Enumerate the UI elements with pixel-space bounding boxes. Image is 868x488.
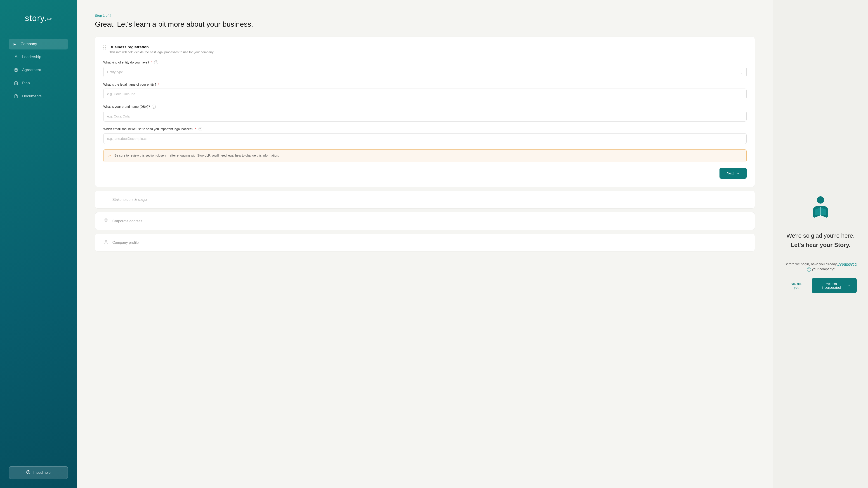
main-wrapper: Step 1 of 4 Great! Let's learn a bit mor… <box>77 0 868 488</box>
warning-text: Be sure to review this section closely –… <box>114 153 279 158</box>
help-button-label: I need help <box>33 470 51 475</box>
sidebar-item-company-label: Company <box>21 42 37 46</box>
logo-llp: LLP <box>47 17 52 20</box>
entity-type-group: What kind of entity do you have? * ? Ent… <box>103 60 747 77</box>
question-after-text: your company? <box>812 267 835 271</box>
corporate-address-card-title: Corporate address <box>112 219 143 223</box>
step-label: Step 1 of 4 <box>95 13 755 18</box>
stakeholders-card-title: Stakeholders & stage <box>112 198 147 202</box>
corporate-address-card[interactable]: Corporate address <box>95 212 755 230</box>
legal-name-input[interactable] <box>103 89 747 99</box>
next-button-label: Next <box>727 171 734 175</box>
warning-triangle-icon: ⚠ <box>108 153 112 158</box>
yes-arrow-icon: → <box>847 284 850 287</box>
agreement-icon <box>13 68 19 72</box>
business-registration-card: Business registration This info will hel… <box>95 37 755 187</box>
entity-type-label: What kind of entity do you have? * ? <box>103 60 747 64</box>
svg-point-0 <box>16 56 17 57</box>
entity-select-wrapper: Entity type LLC Corporation Partnership … <box>103 67 747 77</box>
illustration <box>809 195 832 221</box>
email-input[interactable] <box>103 133 747 144</box>
company-profile-card-title: Company profile <box>112 240 139 245</box>
form-area: Step 1 of 4 Great! Let's learn a bit mor… <box>77 0 773 488</box>
sidebar-item-documents[interactable]: Documents <box>9 91 68 102</box>
brand-name-group: What is your brand name (DBA)? ? <box>103 105 747 122</box>
no-not-yet-button[interactable]: No, not yet <box>784 278 808 293</box>
sidebar-item-agreement-label: Agreement <box>22 68 41 72</box>
legal-name-label: What is the legal name of your entity? * <box>103 83 747 86</box>
documents-icon <box>13 94 19 99</box>
svg-point-11 <box>105 219 106 220</box>
button-row: Next → <box>103 168 747 179</box>
action-buttons: No, not yet Yes I'm incorporated → <box>784 278 857 293</box>
email-required-star: * <box>195 127 196 131</box>
stakeholders-icon <box>103 197 109 202</box>
warning-box: ⚠ Be sure to review this section closely… <box>103 149 747 162</box>
plan-icon <box>13 80 19 86</box>
welcome-line1: We're so glad you're here. <box>786 232 855 240</box>
legal-name-required-star: * <box>158 83 159 86</box>
brand-name-label: What is your brand name (DBA)? ? <box>103 105 747 109</box>
email-label: Which email should we use to send you im… <box>103 127 747 131</box>
svg-point-13 <box>817 196 824 203</box>
svg-point-12 <box>105 240 107 242</box>
legal-name-group: What is the legal name of your entity? * <box>103 83 747 99</box>
incorporated-link[interactable]: incorporated <box>838 262 857 266</box>
sidebar-item-leadership-label: Leadership <box>22 55 41 59</box>
next-button[interactable]: Next → <box>719 168 747 179</box>
sidebar-item-plan-label: Plan <box>22 81 30 86</box>
help-button[interactable]: I need help <box>9 466 68 479</box>
help-icon <box>26 470 30 475</box>
email-info-icon[interactable]: ? <box>198 127 202 131</box>
sidebar-item-company[interactable]: ▶ Company <box>9 39 68 50</box>
right-panel: We're so glad you're here. Let's hear yo… <box>773 0 868 488</box>
sidebar-item-documents-label: Documents <box>22 94 41 98</box>
email-group: Which email should we use to send you im… <box>103 127 747 144</box>
welcome-text: We're so glad you're here. Let's hear yo… <box>786 232 855 250</box>
sidebar-nav: ▶ Company Leadership A <box>9 39 68 102</box>
sidebar-item-plan[interactable]: Plan <box>9 77 68 89</box>
logo-text: story. <box>25 13 47 23</box>
svg-rect-1 <box>15 68 18 72</box>
yes-button-label: Yes I'm incorporated <box>818 282 845 289</box>
sidebar-item-leadership[interactable]: Leadership <box>9 51 68 63</box>
entity-info-icon[interactable]: ? <box>154 60 158 64</box>
question-before-text: Before we begin, have you already <box>784 262 837 266</box>
entity-type-select[interactable]: Entity type LLC Corporation Partnership … <box>103 67 747 77</box>
page-title: Great! Let's learn a bit more about your… <box>95 20 755 29</box>
sidebar-item-agreement[interactable]: Agreement <box>9 64 68 76</box>
brand-name-question-text: What is your brand name (DBA)? <box>103 105 150 108</box>
brand-name-input[interactable] <box>103 111 747 122</box>
next-arrow-icon: → <box>736 171 739 175</box>
legal-name-question-text: What is the legal name of your entity? <box>103 83 156 86</box>
profile-icon <box>103 240 109 246</box>
card-title: Business registration <box>110 45 214 50</box>
entity-question-text: What kind of entity do you have? <box>103 61 149 64</box>
welcome-line2: Let's hear your Story. <box>786 241 855 249</box>
svg-point-7 <box>28 471 29 472</box>
leadership-icon <box>13 55 19 59</box>
card-header: Business registration This info will hel… <box>103 45 747 54</box>
entity-required-star: * <box>151 61 152 64</box>
company-profile-card[interactable]: Company profile <box>95 234 755 252</box>
drag-handle-icon[interactable] <box>103 45 106 50</box>
incorporated-question: Before we begin, have you already incorp… <box>784 262 857 272</box>
stakeholders-card[interactable]: Stakeholders & stage <box>95 191 755 208</box>
company-arrow-icon: ▶ <box>13 42 16 46</box>
logo-container: story.LLP <box>25 13 52 25</box>
welcome-line2-strong: Let's hear your Story. <box>791 241 850 248</box>
yes-incorporated-button[interactable]: Yes I'm incorporated → <box>812 278 857 293</box>
sidebar: story.LLP ▶ Company Leadership <box>0 0 77 488</box>
email-question-text: Which email should we use to send you im… <box>103 127 193 131</box>
question-info-icon[interactable]: ? <box>807 267 811 271</box>
brand-name-info-icon[interactable]: ? <box>152 105 156 109</box>
card-subtitle: This info will help decide the best lega… <box>110 51 214 54</box>
address-icon <box>103 218 109 224</box>
